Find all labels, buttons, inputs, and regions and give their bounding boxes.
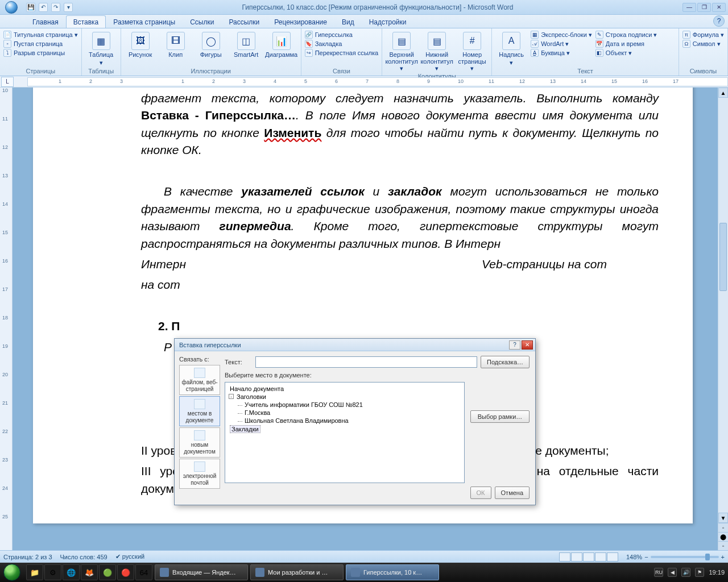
smartart-button[interactable]: ◫SmartArt [230,30,262,58]
pinned-app[interactable]: 📁 [26,564,43,580]
pagenumber-button[interactable]: #Номер страницы ▾ [456,30,488,72]
tree-top-of-doc[interactable]: Начало документа [229,385,461,393]
signatureline-button[interactable]: ✎Строка подписи ▾ [595,31,657,39]
scroll-up-button[interactable]: ▲ [718,88,728,98]
scroll-track[interactable] [718,98,728,513]
pinned-app[interactable]: 🟢 [99,564,116,580]
horizontal-ruler[interactable]: 1231234567891011121314151617 [27,77,728,86]
ruler-toggle-button[interactable]: L [1,77,14,87]
crossref-button[interactable]: ↪Перекрестная ссылка [305,49,379,57]
shapes-button[interactable]: ◯Фигуры [195,30,227,58]
tray-lang[interactable]: RU [654,568,663,577]
pinned-app[interactable]: 64 [135,564,152,580]
tab-review[interactable]: Рецензирование [267,15,334,28]
tray-network-icon[interactable]: ◀ [668,568,677,577]
next-page-button[interactable]: ◦ [718,541,728,550]
tab-home[interactable]: Главная [25,15,66,28]
linkto-file-web[interactable]: файлом, веб-страницей [179,365,220,395]
object-button[interactable]: ◧Объект ▾ [595,49,657,57]
dialog-help-button[interactable]: ? [509,340,520,350]
prev-page-button[interactable]: ◦ [718,523,728,532]
collapse-icon[interactable]: - [229,394,234,399]
symbol-button[interactable]: ΩСимвол ▾ [682,40,724,48]
vertical-ruler[interactable]: 10111213141516171819202122232425 [0,88,13,550]
zoom-level[interactable]: 148% [626,554,642,560]
screentip-button[interactable]: Подсказка… [481,356,530,368]
tree-heading-item[interactable]: Учитель информатики ГБОУ СОШ №821 [237,401,461,409]
help-button[interactable]: ? [713,15,725,27]
qat-undo-icon[interactable]: ↶ [39,3,48,12]
window-maximize-button[interactable]: ❐ [697,3,711,12]
wordart-button[interactable]: 𝒜WordArt ▾ [531,40,592,48]
tab-view[interactable]: Вид [334,15,362,28]
tree-heading-item[interactable]: Школьная Светлана Владимировна [237,417,461,425]
tab-page-layout[interactable]: Разметка страницы [106,15,183,28]
display-text-input[interactable] [255,356,477,368]
place-tree[interactable]: Начало документа -Заголовки Учитель инфо… [225,382,465,483]
bookmark-button[interactable]: 🔖Закладка [305,40,379,48]
browse-object-button[interactable]: ⬤ [718,532,728,541]
page-break-button[interactable]: ⤵Разрыв страницы [3,49,78,57]
tree-heading-item[interactable]: Г.Москва [237,409,461,417]
cancel-button[interactable]: Отмена [495,487,530,499]
quickparts-button[interactable]: ▦Экспресс-блоки ▾ [531,31,592,39]
qat-save-icon[interactable]: 💾 [26,3,35,12]
pinned-app[interactable]: 🔴 [117,564,134,580]
target-frame-button[interactable]: Выбор рамки… [470,410,530,423]
status-wordcount[interactable]: Число слов: 459 [60,554,107,560]
tab-mailings[interactable]: Рассылки [221,15,267,28]
pinned-app[interactable]: ⚙ [44,564,61,580]
linkto-place-in-doc[interactable]: местом в документе [179,396,220,426]
dialog-close-button[interactable]: ✕ [522,340,533,350]
clipart-button[interactable]: 🎞Клип [160,30,192,58]
tray-flag-icon[interactable]: ⚑ [695,568,704,577]
textbox-button[interactable]: AНадпись▾ [495,30,527,66]
header-button[interactable]: ▤Верхний колонтитул ▾ [386,30,417,72]
view-web[interactable] [583,552,594,562]
status-lang[interactable]: ✔ русский [115,553,145,560]
table-button[interactable]: ▦Таблица▾ [85,30,117,66]
footer-button[interactable]: ▤Нижний колонтитул ▾ [421,30,453,72]
linkto-new-doc[interactable]: новым документом [179,427,220,458]
view-draft[interactable] [607,552,618,562]
ok-button[interactable]: ОК [470,487,491,499]
taskbar-task[interactable]: Входящие — Яндек… [155,564,248,580]
pinned-app[interactable]: 🌐 [63,564,80,580]
linkto-email[interactable]: электронной почтой [179,459,220,489]
scroll-thumb[interactable] [719,223,727,291]
qat-redo-icon[interactable]: ↷ [51,3,60,12]
zoom-out-button[interactable]: − [644,554,648,560]
picture-button[interactable]: 🖼Рисунок [125,30,156,58]
view-fullscreen[interactable] [571,552,582,562]
tree-bookmarks[interactable]: Закладки [229,425,461,434]
office-button[interactable] [0,0,23,15]
start-button[interactable] [0,563,24,582]
zoom-slider[interactable] [651,556,719,558]
tab-addins[interactable]: Надстройки [362,15,414,28]
equation-button[interactable]: πФормула ▾ [682,31,724,39]
zoom-in-button[interactable]: + [721,554,725,560]
tab-references[interactable]: Ссылки [183,15,221,28]
taskbar-task[interactable]: Гиперссылки, 10 к… [346,564,439,580]
status-page[interactable]: Страница: 2 из 3 [3,554,52,560]
hyperlink-button[interactable]: 🔗Гиперссылка [305,31,379,39]
cover-page-button[interactable]: 📄Титульная страница ▾ [3,31,78,39]
dropcap-button[interactable]: A̲Буквица ▾ [531,49,592,57]
tray-sound-icon[interactable]: 🔊 [681,568,690,577]
view-outline[interactable] [595,552,606,562]
datetime-button[interactable]: 📅Дата и время [595,40,657,48]
vertical-scrollbar[interactable]: ▲ ▼ ◦ ⬤ ◦ [718,88,728,550]
scroll-down-button[interactable]: ▼ [718,513,728,523]
pinned-app[interactable]: 🦊 [81,564,98,580]
qat-more-icon[interactable]: ▾ [64,3,73,12]
blank-page-button[interactable]: ▫Пустая страница [3,40,78,48]
tab-insert[interactable]: Вставка [66,15,106,28]
taskbar-task[interactable]: Мои разработки и … [250,564,344,580]
window-minimize-button[interactable]: — [682,3,696,12]
dialog-titlebar[interactable]: Вставка гиперссылки ? ✕ [175,339,535,351]
tree-headings[interactable]: -Заголовки [229,393,461,401]
window-close-button[interactable]: ✕ [712,3,726,12]
view-print-layout[interactable] [559,552,570,562]
chart-button[interactable]: 📊Диаграмма [266,30,297,58]
tray-clock[interactable]: 19:19 [709,569,725,576]
